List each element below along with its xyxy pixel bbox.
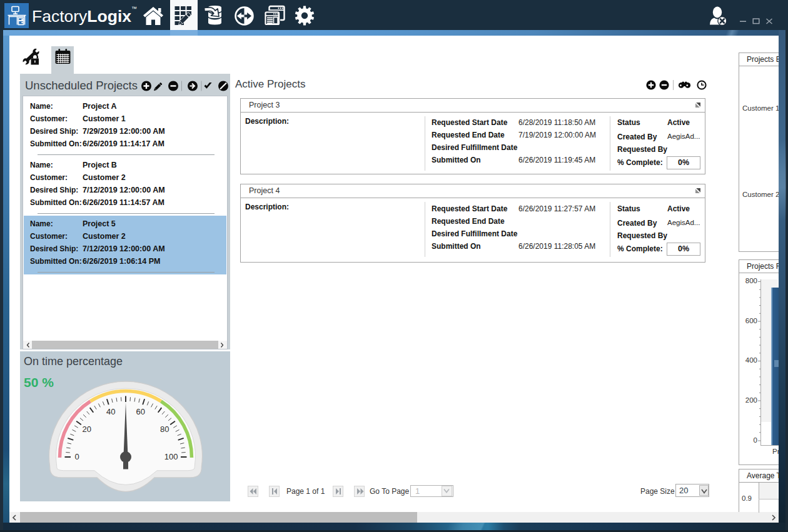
svg-text:0: 0 [74,452,79,461]
svg-text:80: 80 [160,424,169,434]
svg-text:20: 20 [82,424,91,434]
svg-text:100: 100 [164,452,178,461]
svg-text:60: 60 [136,407,145,416]
svg-text:40: 40 [106,407,115,416]
